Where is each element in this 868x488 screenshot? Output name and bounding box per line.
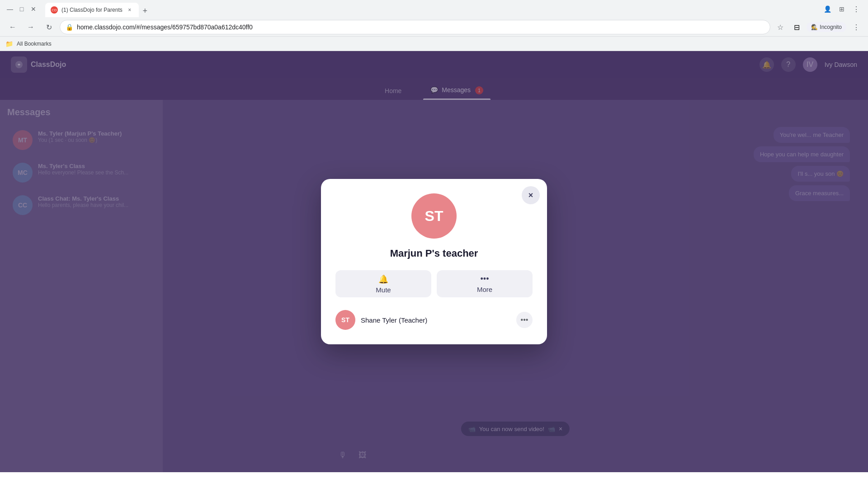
- tab-close-button[interactable]: ×: [126, 6, 133, 14]
- modal-title: Marjun P's teacher: [335, 248, 533, 259]
- url-text: home.classdojo.com/#/messages/659757bd87…: [77, 23, 764, 31]
- bookmarks-bar: 📁 All Bookmarks: [0, 36, 868, 51]
- close-button[interactable]: ✕: [29, 5, 38, 14]
- page-content: ClassDojo 🔔 ? IV Ivy Dawson Home 💬 Messa…: [0, 51, 868, 472]
- modal-container: × ST Marjun P's teacher 🔔 Mute ••• More …: [321, 179, 547, 344]
- incognito-icon: 🕵: [811, 24, 818, 30]
- browser-menu-button[interactable]: ⋮: [850, 21, 863, 33]
- modal-avatar: ST: [411, 193, 457, 239]
- bookmarks-icon: 📁: [5, 40, 13, 47]
- bookmarks-label: All Bookmarks: [17, 41, 52, 47]
- tab-title: (1) ClassDojo for Parents: [61, 7, 123, 13]
- browser-chrome: — □ ✕ CD (1) ClassDojo for Parents × + 👤…: [0, 0, 868, 51]
- modal: × ST Marjun P's teacher 🔔 Mute ••• More …: [321, 179, 547, 344]
- browser-top-bar: — □ ✕ CD (1) ClassDojo for Parents × + 👤…: [0, 0, 868, 18]
- active-tab[interactable]: CD (1) ClassDojo for Parents ×: [45, 3, 139, 17]
- profile-button[interactable]: 👤: [821, 3, 834, 15]
- mute-icon: 🔔: [378, 274, 388, 284]
- forward-button[interactable]: →: [24, 20, 38, 34]
- split-view-button[interactable]: ⊟: [790, 21, 803, 33]
- modal-actions: 🔔 Mute ••• More: [335, 270, 533, 297]
- more-button[interactable]: ••• More: [437, 270, 533, 297]
- tab-favicon: CD: [51, 6, 58, 14]
- extension-button[interactable]: ⊞: [835, 3, 848, 15]
- minimize-button[interactable]: —: [5, 5, 14, 14]
- new-tab-button[interactable]: +: [139, 5, 151, 17]
- more-label: More: [477, 286, 492, 293]
- address-bar[interactable]: 🔒 home.classdojo.com/#/messages/659757bd…: [60, 20, 770, 34]
- more-icon: •••: [481, 274, 489, 284]
- member-avatar-initials-0: ST: [341, 316, 349, 324]
- mute-button[interactable]: 🔔 Mute: [335, 270, 431, 297]
- address-bar-row: ← → ↻ 🔒 home.classdojo.com/#/messages/65…: [0, 18, 868, 36]
- member-more-icon-0: •••: [521, 316, 528, 324]
- menu-dots-button[interactable]: ⋮: [850, 3, 863, 15]
- tab-bar: CD (1) ClassDojo for Parents × +: [42, 1, 817, 17]
- mute-label: Mute: [376, 286, 391, 294]
- bookmark-button[interactable]: ☆: [774, 21, 787, 33]
- member-row-0: ST Shane Tyler (Teacher) •••: [335, 308, 533, 332]
- maximize-button[interactable]: □: [17, 5, 26, 14]
- modal-close-button[interactable]: ×: [522, 186, 540, 204]
- window-controls: — □ ✕: [5, 5, 38, 14]
- back-button[interactable]: ←: [5, 20, 20, 34]
- member-avatar-0: ST: [335, 310, 355, 330]
- refresh-button[interactable]: ↻: [42, 20, 56, 34]
- modal-avatar-initials: ST: [425, 208, 443, 225]
- member-name-0: Shane Tyler (Teacher): [361, 316, 511, 324]
- incognito-indicator: 🕵 Incognito: [807, 22, 846, 32]
- incognito-label: Incognito: [820, 24, 842, 30]
- member-more-button-0[interactable]: •••: [516, 312, 533, 328]
